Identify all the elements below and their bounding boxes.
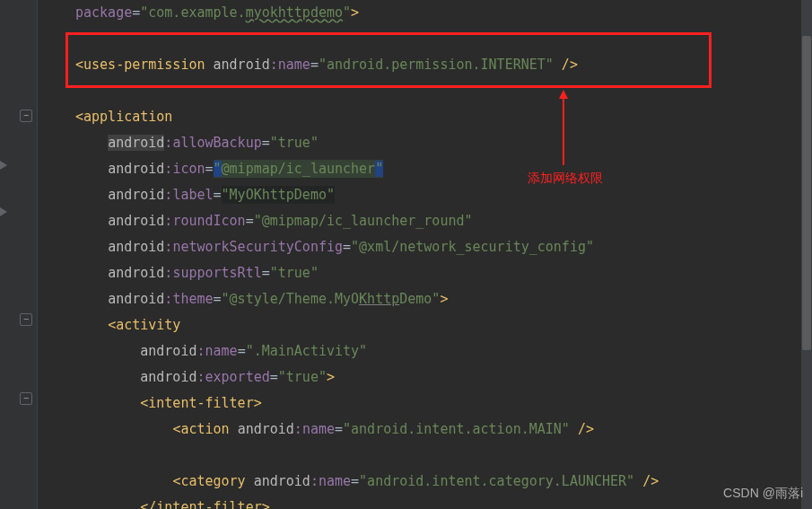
fold-icon[interactable]: − [20,392,32,405]
code-line[interactable]: <application [75,104,812,130]
code-line[interactable] [75,443,812,469]
xml-tag: <uses-permission [75,57,214,73]
code-line[interactable]: android:roundIcon="@mipmap/ic_launcher_r… [75,208,812,234]
xml-string: "@style/Theme.MyOKhttpDemo" [222,291,441,307]
code-line[interactable] [75,78,812,104]
code-line[interactable]: <action android:name="android.intent.act… [75,417,812,443]
code-line[interactable] [75,26,812,52]
code-line[interactable]: <category android:name="android.intent.c… [75,469,812,495]
code-line[interactable]: android:supportsRtl="true" [75,260,812,286]
code-line[interactable]: android:networkSecurityConfig="@xml/netw… [75,234,812,260]
watermark: CSDN @雨落i [723,486,803,502]
annotation-text: 添加网络权限 [528,171,603,187]
code-line[interactable]: android:allowBackup="true" [75,130,812,156]
arrow-line [563,97,564,165]
xml-string: "android.permission.INTERNET" [319,57,554,73]
xml-string: "com.example.myokhttpdemo" [140,4,351,21]
fold-icon[interactable]: − [20,313,32,326]
code-line[interactable]: <uses-permission android:name="android.p… [75,52,812,78]
scroll-thumb[interactable] [802,36,811,350]
editor-gutter: − − − [0,0,38,509]
scrollbar[interactable] [801,0,812,509]
fold-icon[interactable]: − [20,110,32,122]
code-line[interactable]: android:theme="@style/Theme.MyOKhttpDemo… [75,286,812,312]
code-editor[interactable]: package="com.example.myokhttpdemo"> <use… [38,0,812,509]
code-line[interactable]: android:label="MyOKhttpDemo" [75,182,812,208]
marker-icon [0,161,7,170]
code-line[interactable]: </intent-filter> [75,495,812,509]
marker-icon [0,207,7,216]
code-line[interactable]: package="com.example.myokhttpdemo"> [75,0,812,26]
code-line[interactable]: <activity [75,312,812,338]
code-line[interactable]: android:icon="@mipmap/ic_launcher" [75,156,812,182]
code-line[interactable]: android:exported="true"> [75,364,812,391]
code-line[interactable]: android:name=".MainActivity" [75,338,812,364]
xml-attr: package [75,4,132,21]
code-line[interactable]: <intent-filter> [75,391,812,417]
xml-string: "@mipmap/ic_launcher" [214,160,384,178]
xml-tag: <application [75,109,172,125]
